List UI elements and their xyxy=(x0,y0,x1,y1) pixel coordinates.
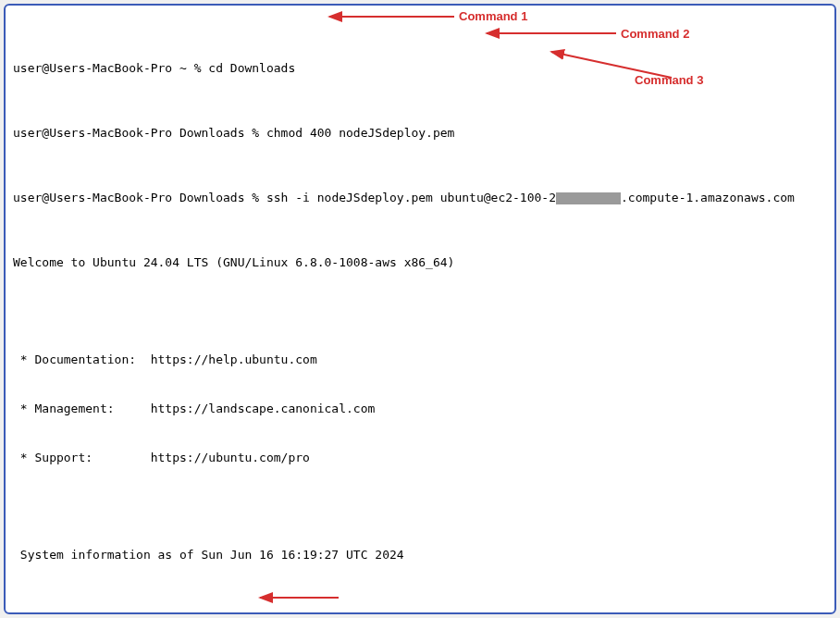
redacted-host xyxy=(556,192,621,204)
command-1-text: cd Downloads xyxy=(208,61,295,75)
command-line-2: user@Users-MacBook-Pro Downloads % chmod… xyxy=(13,125,827,142)
blank-line xyxy=(13,596,827,612)
local-prompt: user@Users-MacBook-Pro Downloads % xyxy=(13,126,266,140)
command-line-1: user@Users-MacBook-Pro ~ % cd Downloads xyxy=(13,60,827,77)
local-prompt: user@Users-MacBook-Pro Downloads % xyxy=(13,191,266,204)
command-line-3: user@Users-MacBook-Pro Downloads % ssh -… xyxy=(13,190,827,206)
terminal-window[interactable]: user@Users-MacBook-Pro ~ % cd Downloads … xyxy=(4,4,836,614)
blank-line xyxy=(13,303,827,320)
local-prompt: user@Users-MacBook-Pro ~ % xyxy=(13,61,208,75)
command-3-pre: ssh -i nodeJSdeploy.pem ubuntu@ec2-100-2 xyxy=(266,191,556,204)
terminal-content[interactable]: user@Users-MacBook-Pro ~ % cd Downloads … xyxy=(13,11,827,614)
support-line: * Support: https://ubuntu.com/pro xyxy=(13,450,827,466)
command-2-text: chmod 400 nodeJSdeploy.pem xyxy=(266,126,455,140)
welcome-line: Welcome to Ubuntu 24.04 LTS (GNU/Linux 6… xyxy=(13,254,827,271)
blank-line xyxy=(13,498,827,514)
command-3-post: .compute-1.amazonaws.com xyxy=(621,191,795,204)
sysinfo-header: System information as of Sun Jun 16 16:1… xyxy=(13,547,827,563)
doc-line: * Documentation: https://help.ubuntu.com xyxy=(13,352,827,368)
mgmt-line: * Management: https://landscape.canonica… xyxy=(13,401,827,417)
